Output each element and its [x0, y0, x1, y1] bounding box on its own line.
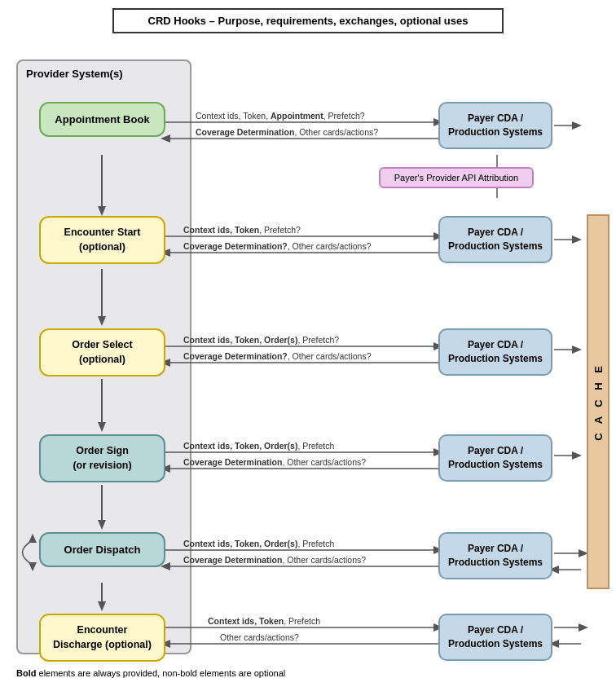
svg-text:Context ids, Token, Order(s), : Context ids, Token, Order(s), Prefetch? — [183, 335, 339, 345]
payer-attribution-box: Payer's Provider API Attribution — [379, 167, 534, 188]
diagram-title: CRD Hooks – Purpose, requirements, excha… — [112, 8, 504, 33]
svg-text:Other cards/actions?: Other cards/actions? — [220, 632, 299, 642]
diagram-area: Provider System(s) — [8, 43, 603, 663]
cache-box: C A C H E — [587, 214, 609, 589]
svg-marker-57 — [572, 346, 582, 354]
appointment-book-node: Appointment Book — [39, 102, 165, 137]
svg-text:Coverage Determination?, Other: Coverage Determination?, Other cards/act… — [183, 351, 372, 361]
payer-box-2: Payer CDA /Production Systems — [438, 216, 552, 263]
svg-text:Context ids, Token, Prefetch?: Context ids, Token, Prefetch? — [183, 225, 301, 235]
svg-marker-55 — [572, 236, 582, 244]
svg-text:Coverage Determination, Other : Coverage Determination, Other cards/acti… — [196, 127, 378, 137]
footer-text: Bold elements are always provided, non-b… — [8, 667, 608, 678]
encounter-discharge-node: EncounterDischarge (optional) — [39, 614, 165, 662]
payer-box-5: Payer CDA /Production Systems — [438, 532, 552, 579]
svg-text:Coverage Determination, Other : Coverage Determination, Other cards/acti… — [183, 457, 366, 467]
payer-box-3: Payer CDA /Production Systems — [438, 328, 552, 376]
svg-marker-65 — [579, 623, 588, 632]
order-sign-node: Order Sign(or revision) — [39, 434, 165, 482]
order-select-node: Order Select(optional) — [39, 328, 165, 376]
svg-text:Context ids, Token, Order(s), : Context ids, Token, Order(s), Prefetch — [183, 441, 335, 451]
payer-box-6: Payer CDA /Production Systems — [438, 614, 552, 661]
encounter-start-node: Encounter Start(optional) — [39, 216, 165, 264]
svg-text:Coverage Determination, Other : Coverage Determination, Other cards/acti… — [183, 555, 366, 565]
footer-line1: Bold elements are always provided, non-b… — [16, 667, 600, 678]
svg-text:Coverage Determination?, Other: Coverage Determination?, Other cards/act… — [183, 241, 372, 251]
order-dispatch-node: Order Dispatch — [39, 532, 165, 567]
svg-text:Context ids, Token, Prefetch: Context ids, Token, Prefetch — [208, 616, 320, 626]
svg-text:Context ids, Token, Appointmen: Context ids, Token, Appointment, Prefetc… — [196, 111, 365, 121]
svg-text:Context ids, Token, Order(s), : Context ids, Token, Order(s), Prefetch — [183, 539, 335, 548]
svg-marker-59 — [572, 451, 582, 460]
payer-box-1: Payer CDA /Production Systems — [438, 102, 552, 149]
provider-system-label: Provider System(s) — [18, 61, 190, 86]
svg-marker-53 — [572, 121, 582, 130]
payer-box-4: Payer CDA /Production Systems — [438, 434, 552, 482]
page-container: CRD Hooks – Purpose, requirements, excha… — [0, 0, 616, 678]
